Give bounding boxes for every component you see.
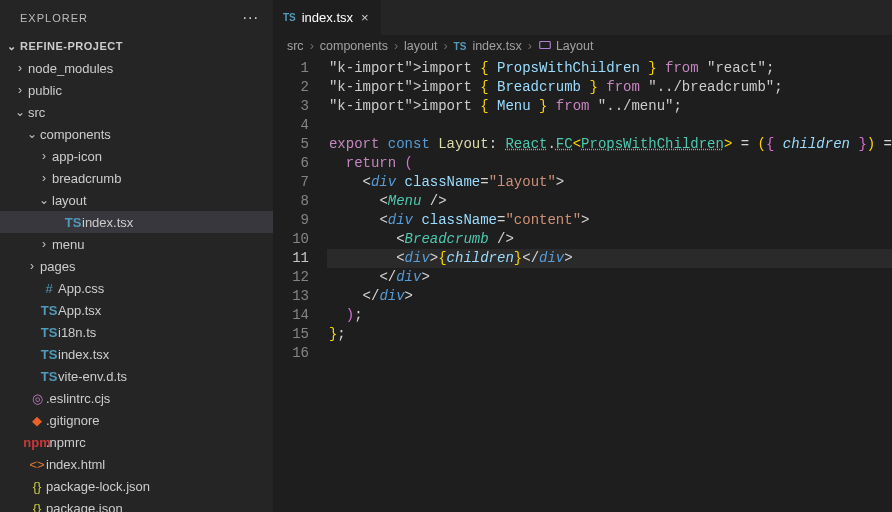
tree-item-label: node_modules [28, 61, 113, 76]
chevron-down-icon: ⌄ [4, 40, 20, 53]
code-line[interactable]: export const Layout: React.FC<PropsWithC… [327, 135, 892, 154]
tree-item-label: vite-env.d.ts [58, 369, 127, 384]
code-editor[interactable]: 12345678910111213141516 "k-import">impor… [273, 57, 892, 512]
tree-item-label: App.tsx [58, 303, 101, 318]
tree-folder[interactable]: ⌄src [0, 101, 273, 123]
file-icon: {} [28, 479, 46, 494]
code-line[interactable]: "k-import">import { PropsWithChildren } … [327, 59, 892, 78]
file-icon: ◆ [28, 413, 46, 428]
ts-icon: TS [454, 41, 467, 52]
tree-folder[interactable]: ⌄components [0, 123, 273, 145]
chevron-right-icon: › [441, 39, 449, 53]
chevron-right-icon: › [12, 61, 28, 75]
breadcrumb-part[interactable]: index.tsx [472, 39, 521, 53]
editor-tabs: TS index.tsx × [273, 0, 892, 35]
file-icon: ◎ [28, 391, 46, 406]
chevron-right-icon: › [36, 149, 52, 163]
file-icon: TS [40, 303, 58, 318]
breadcrumb-part[interactable]: components [320, 39, 388, 53]
tree-item-label: .eslintrc.cjs [46, 391, 110, 406]
tree-folder[interactable]: ›breadcrumb [0, 167, 273, 189]
tree-file[interactable]: {}package.json [0, 497, 273, 512]
file-icon: TS [40, 347, 58, 362]
tree-file[interactable]: TSindex.tsx [0, 343, 273, 365]
line-gutter: 12345678910111213141516 [273, 57, 327, 512]
tree-file[interactable]: TSvite-env.d.ts [0, 365, 273, 387]
code-line[interactable]: <div className="layout"> [327, 173, 892, 192]
tree-item-label: index.tsx [82, 215, 133, 230]
tree-file[interactable]: TSindex.tsx [0, 211, 273, 233]
tree-item-label: package.json [46, 501, 123, 513]
project-name: REFINE-PROJECT [20, 40, 123, 52]
svg-rect-0 [540, 41, 551, 48]
tree-file[interactable]: <>index.html [0, 453, 273, 475]
tree-file[interactable]: #App.css [0, 277, 273, 299]
breadcrumb[interactable]: src›components›layout›TSindex.tsx›Layout [273, 35, 892, 57]
chevron-down-icon: ⌄ [36, 193, 52, 207]
file-icon: <> [28, 457, 46, 472]
tree-item-label: menu [52, 237, 85, 252]
tree-folder[interactable]: ›public [0, 79, 273, 101]
code-line[interactable]: <div>{children}</div> [327, 249, 892, 268]
tree-folder[interactable]: ›pages [0, 255, 273, 277]
file-icon: {} [28, 501, 46, 513]
file-icon: # [40, 281, 58, 296]
file-icon: TS [64, 215, 82, 230]
symbol-icon [538, 38, 552, 55]
file-icon: TS [40, 369, 58, 384]
code-line[interactable]: <div className="content"> [327, 211, 892, 230]
code-line[interactable] [327, 116, 892, 135]
chevron-right-icon: › [392, 39, 400, 53]
tree-item-label: public [28, 83, 62, 98]
chevron-right-icon: › [526, 39, 534, 53]
project-section-header[interactable]: ⌄ REFINE-PROJECT [0, 35, 273, 57]
tree-folder[interactable]: ⌄layout [0, 189, 273, 211]
explorer-title: EXPLORER [20, 12, 88, 24]
tree-file[interactable]: npm.npmrc [0, 431, 273, 453]
code-line[interactable]: </div> [327, 268, 892, 287]
code-line[interactable] [327, 344, 892, 363]
tree-item-label: app-icon [52, 149, 102, 164]
file-icon: npm [28, 435, 46, 450]
chevron-down-icon: ⌄ [24, 127, 40, 141]
breadcrumb-part[interactable]: Layout [556, 39, 594, 53]
tab-label: index.tsx [302, 10, 353, 25]
code-line[interactable]: </div> [327, 287, 892, 306]
code-content[interactable]: "k-import">import { PropsWithChildren } … [327, 57, 892, 512]
code-line[interactable]: "k-import">import { Menu } from "../menu… [327, 97, 892, 116]
chevron-down-icon: ⌄ [12, 105, 28, 119]
tree-file[interactable]: ◎.eslintrc.cjs [0, 387, 273, 409]
tree-item-label: index.html [46, 457, 105, 472]
code-line[interactable]: <Breadcrumb /> [327, 230, 892, 249]
tree-item-label: src [28, 105, 45, 120]
close-icon[interactable]: × [359, 10, 371, 25]
chevron-right-icon: › [36, 171, 52, 185]
explorer-header: EXPLORER ··· [0, 0, 273, 35]
code-line[interactable]: <Menu /> [327, 192, 892, 211]
tree-item-label: .gitignore [46, 413, 99, 428]
chevron-right-icon: › [12, 83, 28, 97]
more-actions-icon[interactable]: ··· [243, 9, 259, 27]
ts-icon: TS [283, 12, 296, 23]
tree-file[interactable]: TSApp.tsx [0, 299, 273, 321]
tree-folder[interactable]: ›menu [0, 233, 273, 255]
tree-file[interactable]: TSi18n.ts [0, 321, 273, 343]
breadcrumb-part[interactable]: src [287, 39, 304, 53]
code-line[interactable]: "k-import">import { Breadcrumb } from ".… [327, 78, 892, 97]
code-line[interactable]: ); [327, 306, 892, 325]
tree-folder[interactable]: ›node_modules [0, 57, 273, 79]
code-line[interactable]: }; [327, 325, 892, 344]
tree-file[interactable]: {}package-lock.json [0, 475, 273, 497]
code-line[interactable]: return ( [327, 154, 892, 173]
tree-item-label: i18n.ts [58, 325, 96, 340]
breadcrumb-part[interactable]: layout [404, 39, 437, 53]
tree-item-label: pages [40, 259, 75, 274]
tab-index-tsx[interactable]: TS index.tsx × [273, 0, 382, 35]
tree-folder[interactable]: ›app-icon [0, 145, 273, 167]
explorer-sidebar: EXPLORER ··· ⌄ REFINE-PROJECT ›node_modu… [0, 0, 273, 512]
tree-item-label: index.tsx [58, 347, 109, 362]
file-icon: TS [40, 325, 58, 340]
tree-file[interactable]: ◆.gitignore [0, 409, 273, 431]
chevron-right-icon: › [36, 237, 52, 251]
tree-item-label: layout [52, 193, 87, 208]
